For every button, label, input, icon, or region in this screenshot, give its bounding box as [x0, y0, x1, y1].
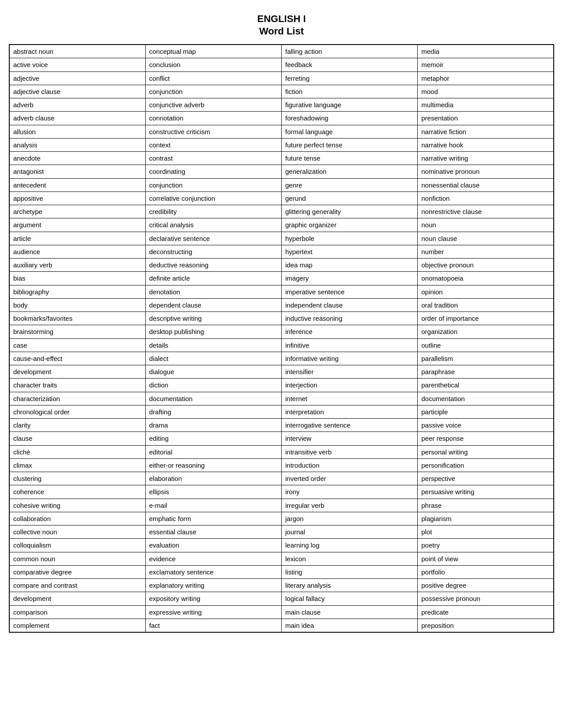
- table-row: analysiscontextfuture perfect tensenarra…: [9, 138, 554, 151]
- word-cell: irregular verb: [282, 499, 418, 512]
- word-cell: drafting: [145, 405, 281, 418]
- page-title-line1: ENGLISH I: [9, 13, 554, 25]
- word-cell: climax: [9, 458, 145, 472]
- word-cell: presentation: [418, 112, 554, 125]
- word-cell: clarity: [9, 419, 145, 432]
- word-cell: common noun: [9, 552, 145, 565]
- word-cell: adjective clause: [9, 85, 145, 98]
- word-cell: inductive reasoning: [282, 312, 418, 325]
- word-cell: colloquialism: [9, 539, 145, 552]
- word-cell: mood: [418, 85, 554, 98]
- word-cell: bias: [9, 272, 145, 285]
- word-cell: possessive pronoun: [418, 592, 554, 605]
- word-cell: contrast: [145, 152, 281, 165]
- word-cell: correlative conjunction: [145, 191, 281, 205]
- word-cell: nonrestrictive clause: [418, 205, 554, 218]
- word-cell: audience: [9, 245, 145, 258]
- word-cell: number: [418, 245, 554, 258]
- table-row: characterizationdocumentationinternetdoc…: [9, 392, 554, 405]
- word-cell: feedback: [282, 58, 418, 71]
- table-row: allusionconstructive criticismformal lan…: [9, 125, 554, 138]
- word-cell: cause-and-effect: [9, 352, 145, 365]
- word-cell: clustering: [9, 472, 145, 485]
- word-cell: cliché: [9, 445, 145, 458]
- table-row: developmentexpository writinglogical fal…: [9, 592, 554, 605]
- word-cell: interrogative sentence: [282, 419, 418, 432]
- word-cell: definite article: [145, 272, 281, 285]
- word-cell: plagiarism: [418, 512, 554, 525]
- table-row: antagonistcoordinatinggeneralizationnomi…: [9, 165, 554, 178]
- word-cell: editing: [145, 432, 281, 445]
- word-cell: oral tradition: [418, 298, 554, 311]
- word-cell: inference: [282, 325, 418, 338]
- word-cell: analysis: [9, 138, 145, 151]
- word-cell: main idea: [282, 619, 418, 632]
- word-cell: inverted order: [282, 472, 418, 485]
- word-cell: future tense: [282, 152, 418, 165]
- word-cell: complement: [9, 619, 145, 632]
- word-cell: connotation: [145, 112, 281, 125]
- word-cell: development: [9, 365, 145, 379]
- word-cell: anecdote: [9, 152, 145, 165]
- word-cell: character traits: [9, 379, 145, 392]
- word-cell: documentation: [418, 392, 554, 405]
- word-cell: conjunction: [145, 178, 281, 191]
- word-cell: parallelism: [418, 352, 554, 365]
- word-cell: predicate: [418, 605, 554, 619]
- word-cell: bookmarks/favorites: [9, 312, 145, 325]
- word-cell: compare and contrast: [9, 579, 145, 592]
- word-cell: phrase: [418, 499, 554, 512]
- table-row: clichéeditorialintransitive verbpersonal…: [9, 445, 554, 458]
- word-cell: details: [145, 338, 281, 352]
- word-cell: figurative language: [282, 98, 418, 112]
- word-cell: dependent clause: [145, 298, 281, 311]
- word-cell: comparison: [9, 605, 145, 619]
- word-cell: e-mail: [145, 499, 281, 512]
- table-row: bookmarks/favoritesdescriptive writingin…: [9, 312, 554, 325]
- word-cell: collaboration: [9, 512, 145, 525]
- word-cell: argument: [9, 218, 145, 232]
- word-cell: ellipsis: [145, 485, 281, 499]
- word-cell: formal language: [282, 125, 418, 138]
- table-row: colloquialismevaluationlearning logpoetr…: [9, 539, 554, 552]
- word-cell: objective pronoun: [418, 259, 554, 272]
- word-cell: order of importance: [418, 312, 554, 325]
- word-cell: opinion: [418, 285, 554, 298]
- word-cell: coordinating: [145, 165, 281, 178]
- table-row: biasdefinite articleimageryonomatopoeia: [9, 272, 554, 285]
- table-row: cohesive writinge-mailirregular verbphra…: [9, 499, 554, 512]
- table-row: coherenceellipsisironypersuasive writing: [9, 485, 554, 499]
- word-cell: characterization: [9, 392, 145, 405]
- word-cell: desktop publishing: [145, 325, 281, 338]
- word-cell: point of view: [418, 552, 554, 565]
- table-row: claritydramainterrogative sentencepassiv…: [9, 419, 554, 432]
- word-cell: genre: [282, 178, 418, 191]
- word-cell: adverb: [9, 98, 145, 112]
- table-row: chronological orderdraftinginterpretatio…: [9, 405, 554, 418]
- word-cell: perspective: [418, 472, 554, 485]
- word-cell: narrative fiction: [418, 125, 554, 138]
- word-cell: allusion: [9, 125, 145, 138]
- word-cell: auxiliary verb: [9, 259, 145, 272]
- table-row: adjective clauseconjunctionfictionmood: [9, 85, 554, 98]
- word-cell: conflict: [145, 71, 281, 85]
- word-cell: body: [9, 298, 145, 311]
- word-cell: onomatopoeia: [418, 272, 554, 285]
- word-cell: narrative writing: [418, 152, 554, 165]
- table-row: adverbconjunctive adverbfigurative langu…: [9, 98, 554, 112]
- word-cell: participle: [418, 405, 554, 418]
- word-cell: declarative sentence: [145, 232, 281, 245]
- word-cell: context: [145, 138, 281, 151]
- word-cell: plot: [418, 525, 554, 539]
- word-cell: passive voice: [418, 419, 554, 432]
- table-row: character traitsdictioninterjectionparen…: [9, 379, 554, 392]
- table-row: comparative degreeexclamatory sentenceli…: [9, 565, 554, 578]
- word-cell: hypertext: [282, 245, 418, 258]
- word-cell: foreshadowing: [282, 112, 418, 125]
- table-row: articledeclarative sentencehyperbolenoun…: [9, 232, 554, 245]
- word-cell: persuasive writing: [418, 485, 554, 499]
- word-cell: graphic organizer: [282, 218, 418, 232]
- word-cell: comparative degree: [9, 565, 145, 578]
- page-title-line2: Word List: [9, 26, 554, 37]
- table-row: active voiceconclusionfeedbackmemoir: [9, 58, 554, 71]
